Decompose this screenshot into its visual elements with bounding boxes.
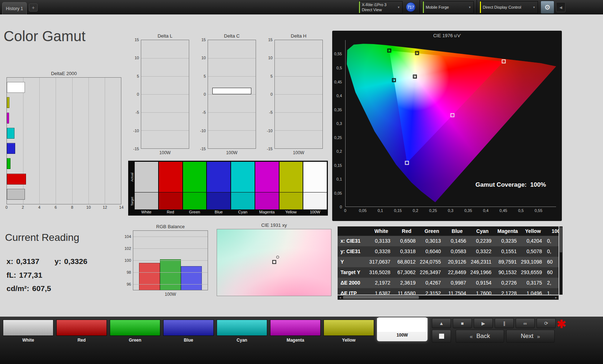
results-cell: 1,6387 bbox=[369, 288, 394, 295]
chart-title: Delta H bbox=[264, 33, 323, 40]
results-cell: 0,6508 bbox=[394, 236, 419, 246]
delta-h-chart: Delta H 151050-5-10-15 100W bbox=[264, 33, 323, 155]
color-button-magenta[interactable]: Magenta bbox=[270, 320, 321, 343]
color-button-label: Blue bbox=[163, 338, 214, 343]
settings-button[interactable]: ⚙ bbox=[541, 1, 554, 14]
grid-line bbox=[133, 248, 208, 249]
table-h-scrollbar[interactable]: ◄ ► bbox=[338, 295, 559, 300]
results-cell: 0,4204 bbox=[520, 236, 546, 246]
swatch-columns: WhiteRedGreenBlueCyanMagentaYellow100W bbox=[135, 162, 327, 214]
loop-button[interactable]: ∞ bbox=[516, 318, 535, 328]
stop-button[interactable]: ■ bbox=[453, 318, 472, 328]
results-column-100w: 100W bbox=[546, 226, 559, 236]
collapse-up-button[interactable]: ▲ bbox=[432, 318, 451, 328]
rgb-bar-red bbox=[139, 263, 160, 290]
chart-title: CIE 1931 xy bbox=[217, 222, 331, 229]
play-button[interactable]: ▶ bbox=[474, 318, 493, 328]
color-button-white[interactable]: White bbox=[3, 320, 53, 343]
results-cell: 20,9126 bbox=[444, 257, 470, 267]
row-label: ΔE 2000 bbox=[338, 278, 369, 288]
chart-title: Delta L bbox=[131, 33, 189, 40]
swatch-target-100w bbox=[303, 192, 327, 209]
scroll-left-icon[interactable]: ◄ bbox=[338, 296, 343, 299]
gamut-marker-green-target bbox=[387, 48, 391, 52]
y-tick-label: 5 bbox=[270, 74, 273, 78]
scroll-right-icon[interactable]: ► bbox=[554, 296, 559, 299]
display-control-dropdown[interactable]: Direct Display Control ▼ bbox=[480, 1, 538, 13]
meter-count-badge[interactable]: 717 bbox=[406, 2, 416, 12]
grid-line bbox=[275, 76, 322, 77]
swatch-row-labels: Actual Target bbox=[129, 162, 135, 214]
y-tick-label: 0,35 bbox=[334, 108, 342, 112]
color-button-label: 100W bbox=[377, 333, 428, 338]
table-row: ΔE 20002,19722,36190,42670,99870,91540,2… bbox=[338, 278, 559, 288]
swatch-panel: Actual Target WhiteRedGreenBlueCyanMagen… bbox=[128, 161, 328, 216]
v-scroll-thumb[interactable] bbox=[560, 227, 562, 252]
back-button[interactable]: « Back bbox=[456, 330, 504, 343]
swatch-actual-magenta bbox=[255, 162, 279, 192]
x-axis-label: 100W bbox=[131, 150, 189, 155]
back-button-label: Back bbox=[476, 333, 490, 340]
results-cell: 0,9987 bbox=[444, 278, 470, 288]
y-axis: 151050-5-10-15 bbox=[198, 40, 208, 149]
x-tick-label: 0,5 bbox=[518, 208, 524, 213]
swatch-target-green bbox=[183, 192, 207, 209]
x-axis-label: 100W bbox=[264, 150, 323, 155]
deltae-bar-row bbox=[7, 172, 121, 187]
big-stop-button[interactable] bbox=[432, 330, 451, 343]
x-tick-label: 0,15 bbox=[394, 208, 402, 213]
y-tick-label: 0,55 bbox=[334, 52, 342, 56]
results-cell: 0, bbox=[546, 246, 559, 257]
x-tick-label: 2 bbox=[22, 205, 24, 209]
divider bbox=[477, 0, 477, 14]
grid-line bbox=[133, 284, 208, 285]
color-button-blue[interactable]: Blue bbox=[163, 320, 214, 343]
grid-line bbox=[208, 130, 256, 131]
results-cell: 89,7591 bbox=[495, 257, 520, 267]
results-cell: 0,5078 bbox=[520, 246, 546, 257]
color-button-red[interactable]: Red bbox=[56, 320, 107, 343]
y-axis: 1041021009896 bbox=[121, 230, 133, 290]
y-axis: 151050-5-10-15 bbox=[264, 40, 274, 149]
grid-line bbox=[208, 112, 256, 113]
y-tick-label: -10 bbox=[267, 129, 273, 133]
bottom-bar: WhiteRedGreenBlueCyanMagentaYellow100W ▲… bbox=[0, 317, 603, 364]
color-swatch bbox=[377, 318, 428, 332]
results-column-magenta: Magenta bbox=[495, 226, 520, 236]
results-column-yellow: Yellow bbox=[520, 226, 546, 236]
source-dropdown[interactable]: Mobile Forge ▼ bbox=[422, 1, 474, 13]
add-tab-button[interactable]: + bbox=[29, 4, 38, 12]
y-tick-label: 0 bbox=[270, 92, 273, 96]
reading-marker bbox=[272, 260, 276, 264]
color-button-100w[interactable]: 100W bbox=[377, 317, 428, 341]
reading-fl: fL:177,31 bbox=[6, 271, 42, 280]
color-swatch bbox=[3, 320, 53, 336]
swatch-label: Blue bbox=[207, 209, 230, 214]
grid-line bbox=[275, 58, 322, 58]
table-v-scrollbar[interactable] bbox=[559, 226, 563, 295]
x-tick-label: 10 bbox=[86, 205, 91, 209]
color-button-label: White bbox=[3, 338, 53, 343]
color-button-yellow[interactable]: Yellow bbox=[324, 320, 374, 343]
transport-buttons: ▲■▶∥∞⟳ bbox=[432, 318, 558, 329]
h-scroll-thumb[interactable] bbox=[343, 296, 419, 299]
collapse-panel-button[interactable]: ◀ bbox=[556, 2, 565, 12]
x-tick-label: 4 bbox=[38, 205, 40, 209]
color-swatch bbox=[270, 320, 321, 336]
refresh-button[interactable]: ⟳ bbox=[537, 318, 556, 328]
gamut-marker-cyan-target bbox=[392, 78, 396, 82]
color-button-cyan[interactable]: Cyan bbox=[217, 320, 267, 343]
y-axis: 151050-5-10-15 bbox=[131, 40, 141, 149]
color-swatch bbox=[110, 320, 160, 336]
y-tick-label: 0 bbox=[204, 92, 206, 96]
swatch-actual-cyan bbox=[231, 162, 255, 192]
results-cell: 0, bbox=[546, 236, 559, 246]
pause-button[interactable]: ∥ bbox=[495, 318, 514, 328]
infinity-icon: ∞ bbox=[524, 321, 527, 326]
history-tab[interactable]: History 1 bbox=[2, 2, 27, 14]
color-button-green[interactable]: Green bbox=[110, 320, 160, 343]
grid-line bbox=[141, 76, 189, 77]
next-button[interactable]: Next » bbox=[506, 330, 555, 343]
meter-dropdown[interactable]: X-Rite i1Pro 3 Direct View ▼ bbox=[359, 1, 403, 13]
color-button-label: Cyan bbox=[217, 338, 267, 343]
